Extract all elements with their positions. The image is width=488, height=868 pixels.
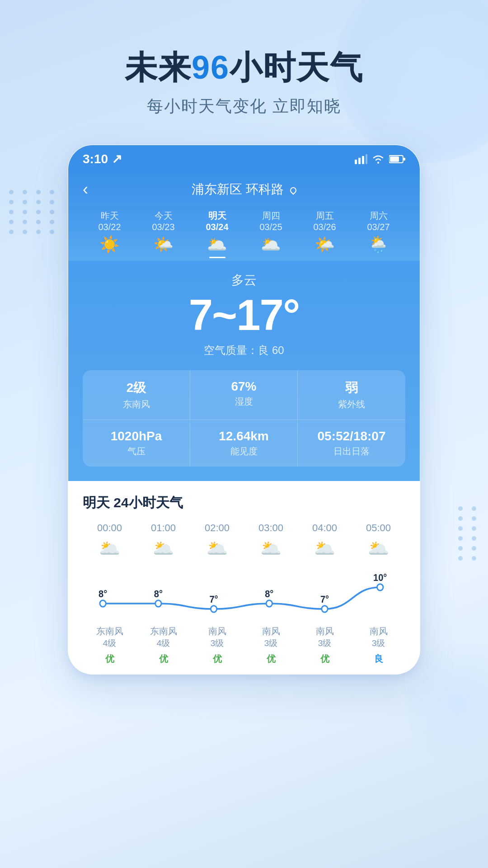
stat-cell-4: 12.64km 能见度	[190, 420, 298, 467]
temp-line-chart: 8°8°7°8°7°10°	[83, 566, 405, 620]
phone-mockup: 3:10 ↗	[68, 145, 420, 675]
svg-rect-7	[404, 158, 405, 160]
aqi-badge: 良	[370, 652, 388, 665]
status-bar: 3:10 ↗	[68, 145, 420, 170]
wind-col-3: 南风 3级	[244, 623, 298, 649]
location-label: 浦东新区 环科路	[192, 181, 296, 198]
aqi-badge: 优	[101, 652, 119, 665]
svg-point-13	[377, 584, 383, 590]
aqi-badge: 优	[316, 652, 334, 665]
wind-col-1: 东南风 4级	[136, 623, 190, 649]
air-quality: 空气质量：良 60	[83, 343, 405, 358]
hour-col-5: 05:00 🌥️	[352, 522, 405, 561]
battery-icon	[389, 155, 405, 164]
aqi-col-5: 良	[352, 653, 405, 665]
svg-text:7°: 7°	[209, 594, 218, 604]
title-part2: 小时天气	[230, 49, 363, 85]
aqi-col-2: 优	[190, 653, 244, 665]
hour-col-1: 01:00 🌥️	[136, 522, 190, 561]
status-time: 3:10 ↗	[83, 151, 122, 166]
wind-col-2: 南风 3级	[190, 623, 244, 649]
day-tab-0[interactable]: 昨天 03/22 ☀️	[83, 210, 136, 258]
back-button[interactable]: ‹	[83, 180, 88, 199]
wind-col-5: 南风 3级	[352, 623, 405, 649]
page-subtitle: 每小时天气变化 立即知晓	[0, 95, 488, 118]
aqi-col-0: 优	[83, 653, 136, 665]
svg-rect-1	[358, 158, 361, 164]
svg-rect-3	[366, 154, 367, 164]
weather-header: ‹ 浦东新区 环科路 昨天 03/22 ☀️ 今天 03/23 🌤️ 明天 03…	[68, 170, 420, 261]
svg-point-4	[377, 162, 379, 164]
hour-col-3: 03:00 🌥️	[244, 522, 298, 561]
svg-rect-6	[390, 156, 399, 162]
svg-point-10	[211, 606, 216, 612]
svg-text:10°: 10°	[373, 572, 387, 583]
stat-cell-3: 1020hPa 气压	[83, 420, 190, 467]
hour-col-2: 02:00 🌥️	[190, 522, 244, 561]
weather-description: 多云	[83, 272, 405, 289]
stat-cell-5: 05:52/18:07 日出日落	[298, 420, 405, 467]
stat-cell-0: 2级 东南风	[83, 370, 190, 420]
location-pin-icon	[289, 186, 298, 195]
day-tab-4[interactable]: 周五 03/26 🌤️	[298, 210, 352, 258]
aqi-row: 优优优优优良	[83, 653, 405, 665]
hourly-section: 明天 24小时天气 00:00 🌥️ 01:00 🌥️ 02:00 🌥️ 03:…	[68, 481, 420, 674]
aqi-col-4: 优	[298, 653, 352, 665]
hourly-row: 00:00 🌥️ 01:00 🌥️ 02:00 🌥️ 03:00 🌥️ 04:0…	[83, 522, 405, 561]
aqi-badge: 优	[155, 652, 173, 665]
aqi-col-3: 优	[244, 653, 298, 665]
svg-point-12	[322, 606, 328, 612]
stat-cell-1: 67% 湿度	[190, 370, 298, 420]
active-tab-indicator	[209, 257, 225, 258]
svg-point-9	[155, 600, 161, 607]
svg-point-8	[100, 600, 106, 607]
stat-cell-2: 弱 紫外线	[298, 370, 405, 420]
svg-text:8°: 8°	[265, 588, 273, 599]
wind-col-4: 南风 3级	[298, 623, 352, 649]
aqi-badge: 优	[208, 652, 226, 665]
wifi-icon	[372, 154, 385, 164]
weather-stats-grid: 2级 东南风 67% 湿度 弱 紫外线 1020hPa 气压 12.64km 能…	[83, 370, 405, 467]
svg-text:7°: 7°	[320, 594, 329, 604]
day-tab-3[interactable]: 周四 03/25 🌥️	[244, 210, 298, 258]
decorative-dots-right	[458, 506, 480, 561]
hourly-section-title: 明天 24小时天气	[83, 494, 405, 512]
svg-text:8°: 8°	[154, 588, 163, 599]
svg-text:8°: 8°	[99, 588, 107, 599]
aqi-col-1: 优	[136, 653, 190, 665]
wind-row: 东南风 4级 东南风 4级 南风 3级 南风 3级 南风 3级 南风 3级	[83, 623, 405, 649]
decorative-dots-left	[9, 190, 58, 234]
hour-col-4: 04:00 🌥️	[298, 522, 352, 561]
svg-rect-0	[355, 160, 357, 164]
wind-col-0: 东南风 4级	[83, 623, 136, 649]
day-tab-5[interactable]: 周六 03/27 🌦️	[352, 210, 405, 258]
title-highlight: 96	[192, 49, 230, 85]
page-header: 未来96小时天气 每小时天气变化 立即知晓	[0, 0, 488, 118]
page-title: 未来96小时天气	[0, 50, 488, 85]
aqi-badge: 优	[262, 652, 280, 665]
svg-point-11	[266, 600, 272, 607]
day-tab-1[interactable]: 今天 03/23 🌤️	[136, 210, 190, 258]
signal-icon	[355, 154, 367, 164]
temperature-range: 7~17°	[83, 293, 405, 337]
day-tabs[interactable]: 昨天 03/22 ☀️ 今天 03/23 🌤️ 明天 03/24 🌥️ 周四 0…	[83, 205, 405, 261]
weather-main: 多云 7~17° 空气质量：良 60 2级 东南风 67% 湿度 弱 紫外线 1…	[68, 261, 420, 481]
phone-screen: 3:10 ↗	[68, 145, 420, 675]
title-part1: 未来	[125, 49, 192, 85]
temp-chart: 8°8°7°8°7°10°	[83, 566, 405, 620]
nav-bar: ‹ 浦东新区 环科路	[83, 177, 405, 205]
status-icons	[355, 154, 405, 164]
hour-col-0: 00:00 🌥️	[83, 522, 136, 561]
svg-rect-2	[362, 156, 364, 164]
day-tab-2[interactable]: 明天 03/24 🌥️	[190, 210, 244, 258]
